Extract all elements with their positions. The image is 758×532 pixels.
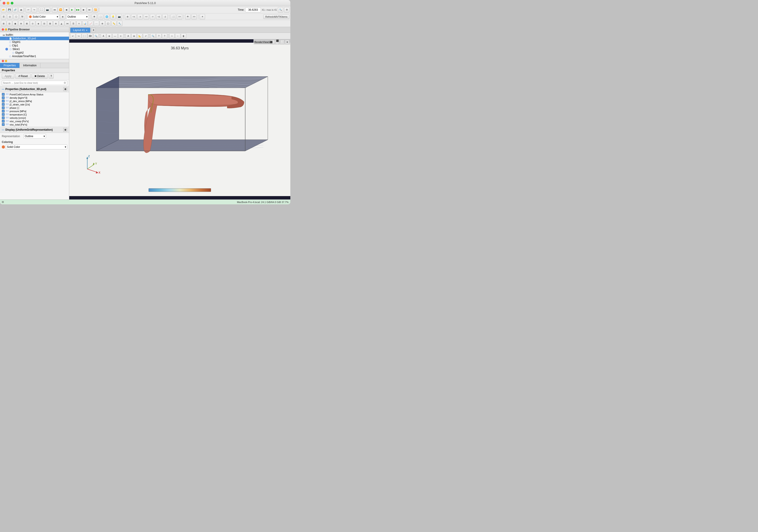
add-layout-btn[interactable]: + <box>91 28 96 32</box>
vt-btn11[interactable]: ⊕ <box>131 33 137 39</box>
t3-btn8[interactable]: ⊟ <box>42 21 47 26</box>
macros-btn[interactable]: M <box>20 14 25 19</box>
tree-item-glyph2[interactable]: ⬡ Glyph2 <box>0 51 69 54</box>
section-config-btn[interactable]: ⚙ <box>63 87 67 91</box>
pressure-check[interactable]: ✓ <box>2 110 5 113</box>
t3-btn6[interactable]: ⊙ <box>30 21 35 26</box>
tab-information[interactable]: Information <box>20 63 40 68</box>
plus-y-btn[interactable]: +Y <box>144 14 149 19</box>
vt-help-btn[interactable]: ? <box>162 33 167 39</box>
plus-x-btn[interactable]: +X <box>131 14 136 19</box>
screenshot-button[interactable]: 📷 <box>45 7 50 13</box>
solid-color-dropdown[interactable]: Solid Color ▾ <box>28 14 59 19</box>
vt-btn6[interactable]: A <box>101 33 106 39</box>
t3-btn15[interactable]: 📊 <box>82 21 87 26</box>
minus-x-btn[interactable]: -X <box>137 14 143 19</box>
view-settings-btn[interactable]: ☰ <box>1 14 6 19</box>
t3-btn9[interactable]: ⊠ <box>47 21 53 26</box>
t3-btn1[interactable]: ⊞ <box>1 21 6 26</box>
plus-z-btn[interactable]: +Z <box>156 14 161 19</box>
j2dev-check[interactable]: ✓ <box>2 100 5 102</box>
first-frame-button[interactable]: ⏮ <box>52 7 57 13</box>
vt-trash-btn[interactable]: 🗑 <box>181 33 186 39</box>
tree-item-glyph1[interactable]: ⬡ Glyph1 <box>0 40 69 44</box>
vt-btn1[interactable]: ↩ <box>70 33 76 39</box>
camera-btn[interactable]: 📷 <box>117 14 122 19</box>
t3-btn18[interactable]: ⊕ <box>100 21 105 26</box>
vt-plus-btn[interactable]: + <box>169 33 175 39</box>
header-check[interactable]: ✓ <box>2 93 5 96</box>
outline-dropdown[interactable]: Outline ▾ <box>66 14 89 19</box>
globe-btn[interactable]: 🌐 <box>104 14 109 19</box>
t3-btn11[interactable]: ◭ <box>59 21 64 26</box>
visccreep-check[interactable]: ✓ <box>2 120 5 123</box>
maximize-view-btn[interactable]: ⬜ <box>280 40 285 44</box>
renderview-label[interactable]: RenderView1 <box>255 41 270 43</box>
refresh-all-btn[interactable]: RefreshAllVTKItems <box>263 15 290 19</box>
lighting-btn[interactable]: 💡 <box>110 14 116 19</box>
vt-camera-btn[interactable]: 🔍 <box>150 33 156 39</box>
prev-button[interactable]: ◀ <box>64 7 69 13</box>
t3-btn21[interactable]: 🔧 <box>117 21 122 26</box>
connect-button[interactable]: 🔗 <box>13 7 18 13</box>
search-input[interactable] <box>3 82 64 84</box>
light-btn[interactable]: ☀ <box>200 14 205 19</box>
prev-frame-button[interactable]: ⏪ <box>58 7 63 13</box>
layout-tab-close[interactable]: ✕ <box>86 29 87 31</box>
apply-button[interactable]: Apply <box>2 74 14 79</box>
pipeline-min-btn[interactable] <box>5 28 7 31</box>
velocity-check[interactable]: ✓ <box>2 116 5 119</box>
delete-button[interactable]: ✖ Delete <box>31 74 48 79</box>
layout-tab-1[interactable]: Layout #1 ✕ <box>70 27 90 33</box>
sources-btn[interactable]: ◎ <box>7 14 13 19</box>
t3-btn10[interactable]: ⊕ <box>53 21 58 26</box>
camera-reset-button[interactable]: ⛶ <box>39 7 44 13</box>
solid-color-options-btn[interactable]: ◈ <box>60 14 65 19</box>
close-view-btn[interactable]: ✕ <box>285 40 290 44</box>
t3-btn3[interactable]: ◉ <box>13 21 18 26</box>
minus-z-btn[interactable]: -Z <box>162 14 168 19</box>
help-button[interactable]: ? <box>49 74 53 79</box>
vt-btn2[interactable]: ↪ <box>76 33 81 39</box>
vt-btn13[interactable]: ↗ <box>143 33 148 39</box>
play-button[interactable]: ▶ <box>69 7 75 13</box>
tab-properties[interactable]: Properties <box>0 63 20 68</box>
search-time-button[interactable]: 🔍 <box>278 7 283 13</box>
tree-item-builtin[interactable]: 🗂 builtin: <box>0 33 69 37</box>
vt-3d-btn[interactable]: 3D <box>87 33 93 39</box>
tree-item-slice1[interactable]: ⬡ Slice1 <box>0 47 69 51</box>
visctotal-check[interactable]: ✓ <box>2 123 5 126</box>
vt-btn8[interactable]: — <box>112 33 118 39</box>
t3-btn19[interactable]: { } <box>105 21 111 26</box>
t3-btn7[interactable]: ◈ <box>36 21 41 26</box>
minus-y-btn[interactable]: -Y <box>150 14 155 19</box>
split-v-btn[interactable]: ⬛⬜ <box>275 40 280 44</box>
tree-item-subduction[interactable]: 📄 Subduction_3D.pvd <box>0 37 69 40</box>
ortho-btn[interactable]: ⬜ <box>171 14 176 19</box>
tree-item-clip1[interactable]: ⬡ Clip1 <box>0 44 69 47</box>
play-realtime-button[interactable]: ▶▶ <box>75 7 81 13</box>
t3-btn13[interactable]: ☰ <box>71 21 76 26</box>
interact-btn[interactable]: ✥ <box>91 14 97 19</box>
props-min-btn[interactable] <box>5 60 7 62</box>
density-check[interactable]: ✓ <box>2 96 5 99</box>
j2strain-check[interactable]: ✓ <box>2 103 5 106</box>
display-config-btn[interactable]: ⚙ <box>63 128 67 132</box>
save-button[interactable]: 💾 <box>7 7 12 13</box>
vt-btn10[interactable]: A <box>125 33 131 39</box>
undo-button[interactable]: ↩ <box>26 7 31 13</box>
vt-btn12[interactable]: 📐 <box>137 33 143 39</box>
zoom-select[interactable]: ⊕ <box>125 14 130 19</box>
coloring-dropdown[interactable]: Solid Color ▾ <box>6 145 67 149</box>
split-h-btn[interactable]: ⬛⬜ <box>270 40 275 44</box>
filters-btn[interactable]: ⬡ <box>14 14 19 19</box>
redo-button[interactable]: ↪ <box>31 7 37 13</box>
minimize-button[interactable] <box>7 2 9 5</box>
search-settings-icon[interactable]: ⚙ <box>64 81 66 85</box>
t3-btn16[interactable]: 📈 <box>88 21 93 26</box>
more2-btn[interactable]: >> <box>191 14 197 19</box>
time-input[interactable] <box>245 7 261 12</box>
select-btn[interactable]: ⬚ <box>98 14 103 19</box>
open-button[interactable]: 📂 <box>1 7 6 13</box>
t3-btn17[interactable]: ⋯ <box>94 21 99 26</box>
